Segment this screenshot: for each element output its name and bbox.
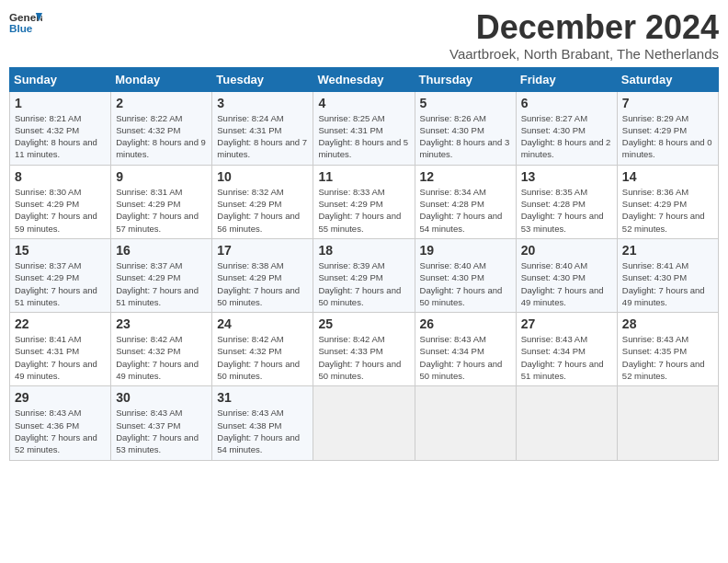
- calendar-cell: 29 Sunrise: 8:43 AMSunset: 4:36 PMDaylig…: [10, 386, 111, 460]
- day-detail: Sunrise: 8:43 AMSunset: 4:36 PMDaylight:…: [15, 408, 97, 454]
- day-detail: Sunrise: 8:43 AMSunset: 4:34 PMDaylight:…: [420, 334, 503, 381]
- day-detail: Sunrise: 8:39 AMSunset: 4:29 PMDaylight:…: [318, 260, 401, 307]
- day-detail: Sunrise: 8:43 AMSunset: 4:37 PMDaylight:…: [116, 408, 199, 454]
- title-block: December 2024 Vaartbroek, North Brabant,…: [449, 9, 719, 62]
- day-detail: Sunrise: 8:42 AMSunset: 4:32 PMDaylight:…: [217, 334, 300, 381]
- calendar-cell: 25 Sunrise: 8:42 AMSunset: 4:33 PMDaylig…: [313, 313, 415, 386]
- day-number: 31: [217, 390, 308, 405]
- calendar-cell: 11 Sunrise: 8:33 AMSunset: 4:29 PMDaylig…: [313, 165, 415, 238]
- week-row-5: 29 Sunrise: 8:43 AMSunset: 4:36 PMDaylig…: [10, 386, 719, 460]
- page-header: General Blue December 2024 Vaartbroek, N…: [9, 9, 719, 62]
- day-number: 10: [217, 169, 308, 184]
- day-number: 12: [420, 169, 511, 184]
- day-number: 25: [318, 316, 409, 331]
- logo-icon: General Blue: [9, 9, 42, 35]
- calendar-cell: [313, 386, 415, 460]
- weekday-header-saturday: Saturday: [617, 67, 718, 91]
- calendar-cell: 17 Sunrise: 8:38 AMSunset: 4:29 PMDaylig…: [212, 238, 313, 312]
- day-number: 18: [318, 243, 409, 258]
- calendar-cell: 23 Sunrise: 8:42 AMSunset: 4:32 PMDaylig…: [111, 313, 212, 386]
- weekday-header-wednesday: Wednesday: [313, 67, 415, 91]
- day-detail: Sunrise: 8:29 AMSunset: 4:29 PMDaylight:…: [622, 113, 712, 160]
- day-number: 9: [116, 169, 207, 184]
- day-detail: Sunrise: 8:40 AMSunset: 4:30 PMDaylight:…: [420, 260, 503, 307]
- calendar-cell: 20 Sunrise: 8:40 AMSunset: 4:30 PMDaylig…: [516, 238, 617, 312]
- logo: General Blue: [9, 9, 42, 35]
- calendar-cell: 22 Sunrise: 8:41 AMSunset: 4:31 PMDaylig…: [10, 313, 111, 386]
- day-number: 23: [116, 316, 207, 331]
- calendar-cell: 13 Sunrise: 8:35 AMSunset: 4:28 PMDaylig…: [516, 165, 617, 238]
- day-number: 13: [521, 169, 612, 184]
- week-row-1: 1 Sunrise: 8:21 AMSunset: 4:32 PMDayligh…: [10, 91, 719, 165]
- calendar-title: December 2024: [449, 9, 719, 46]
- day-number: 20: [521, 243, 612, 258]
- svg-text:Blue: Blue: [9, 22, 33, 34]
- calendar-cell: [516, 386, 617, 460]
- day-number: 30: [116, 390, 207, 405]
- day-detail: Sunrise: 8:24 AMSunset: 4:31 PMDaylight:…: [217, 113, 307, 160]
- day-number: 15: [15, 243, 106, 258]
- day-number: 24: [217, 316, 308, 331]
- day-number: 3: [217, 96, 308, 110]
- day-detail: Sunrise: 8:33 AMSunset: 4:29 PMDaylight:…: [318, 187, 401, 234]
- day-number: 14: [622, 169, 713, 184]
- day-detail: Sunrise: 8:25 AMSunset: 4:31 PMDaylight:…: [318, 113, 408, 160]
- day-detail: Sunrise: 8:41 AMSunset: 4:31 PMDaylight:…: [15, 334, 97, 381]
- day-number: 5: [420, 96, 511, 110]
- day-detail: Sunrise: 8:43 AMSunset: 4:35 PMDaylight:…: [622, 334, 705, 381]
- calendar-cell: 26 Sunrise: 8:43 AMSunset: 4:34 PMDaylig…: [415, 313, 516, 386]
- day-detail: Sunrise: 8:37 AMSunset: 4:29 PMDaylight:…: [116, 260, 199, 307]
- day-number: 4: [318, 96, 409, 110]
- day-detail: Sunrise: 8:32 AMSunset: 4:29 PMDaylight:…: [217, 187, 300, 234]
- day-number: 27: [521, 316, 612, 331]
- week-row-3: 15 Sunrise: 8:37 AMSunset: 4:29 PMDaylig…: [10, 238, 719, 312]
- day-detail: Sunrise: 8:36 AMSunset: 4:29 PMDaylight:…: [622, 187, 705, 234]
- day-detail: Sunrise: 8:30 AMSunset: 4:29 PMDaylight:…: [15, 187, 97, 234]
- calendar-cell: 9 Sunrise: 8:31 AMSunset: 4:29 PMDayligh…: [111, 165, 212, 238]
- day-detail: Sunrise: 8:35 AMSunset: 4:28 PMDaylight:…: [521, 187, 604, 234]
- calendar-cell: [415, 386, 516, 460]
- calendar-cell: 14 Sunrise: 8:36 AMSunset: 4:29 PMDaylig…: [617, 165, 718, 238]
- day-number: 8: [15, 169, 106, 184]
- calendar-cell: [617, 386, 718, 460]
- calendar-cell: 28 Sunrise: 8:43 AMSunset: 4:35 PMDaylig…: [617, 313, 718, 386]
- calendar-cell: 30 Sunrise: 8:43 AMSunset: 4:37 PMDaylig…: [111, 386, 212, 460]
- day-detail: Sunrise: 8:26 AMSunset: 4:30 PMDaylight:…: [420, 113, 510, 160]
- calendar-cell: 15 Sunrise: 8:37 AMSunset: 4:29 PMDaylig…: [10, 238, 111, 312]
- day-detail: Sunrise: 8:31 AMSunset: 4:29 PMDaylight:…: [116, 187, 199, 234]
- weekday-header-monday: Monday: [111, 67, 212, 91]
- day-number: 1: [15, 96, 106, 110]
- day-number: 6: [521, 96, 612, 110]
- day-detail: Sunrise: 8:42 AMSunset: 4:33 PMDaylight:…: [318, 334, 401, 381]
- calendar-cell: 27 Sunrise: 8:43 AMSunset: 4:34 PMDaylig…: [516, 313, 617, 386]
- day-detail: Sunrise: 8:38 AMSunset: 4:29 PMDaylight:…: [217, 260, 300, 307]
- weekday-header-friday: Friday: [516, 67, 617, 91]
- calendar-cell: 31 Sunrise: 8:43 AMSunset: 4:38 PMDaylig…: [212, 386, 313, 460]
- day-number: 22: [15, 316, 106, 331]
- day-detail: Sunrise: 8:34 AMSunset: 4:28 PMDaylight:…: [420, 187, 503, 234]
- day-detail: Sunrise: 8:41 AMSunset: 4:30 PMDaylight:…: [622, 260, 705, 307]
- day-number: 7: [622, 96, 713, 110]
- day-number: 17: [217, 243, 308, 258]
- calendar-subtitle: Vaartbroek, North Brabant, The Netherlan…: [449, 46, 719, 62]
- day-number: 16: [116, 243, 207, 258]
- calendar-cell: 2 Sunrise: 8:22 AMSunset: 4:32 PMDayligh…: [111, 91, 212, 165]
- day-detail: Sunrise: 8:37 AMSunset: 4:29 PMDaylight:…: [15, 260, 97, 307]
- calendar-cell: 21 Sunrise: 8:41 AMSunset: 4:30 PMDaylig…: [617, 238, 718, 312]
- day-number: 26: [420, 316, 511, 331]
- day-detail: Sunrise: 8:40 AMSunset: 4:30 PMDaylight:…: [521, 260, 604, 307]
- calendar-cell: 7 Sunrise: 8:29 AMSunset: 4:29 PMDayligh…: [617, 91, 718, 165]
- calendar-cell: 24 Sunrise: 8:42 AMSunset: 4:32 PMDaylig…: [212, 313, 313, 386]
- weekday-header-sunday: Sunday: [10, 67, 111, 91]
- day-number: 29: [15, 390, 106, 405]
- day-number: 11: [318, 169, 409, 184]
- week-row-4: 22 Sunrise: 8:41 AMSunset: 4:31 PMDaylig…: [10, 313, 719, 386]
- day-number: 28: [622, 316, 713, 331]
- day-detail: Sunrise: 8:42 AMSunset: 4:32 PMDaylight:…: [116, 334, 199, 381]
- day-detail: Sunrise: 8:43 AMSunset: 4:34 PMDaylight:…: [521, 334, 604, 381]
- calendar-cell: 8 Sunrise: 8:30 AMSunset: 4:29 PMDayligh…: [10, 165, 111, 238]
- calendar-cell: 6 Sunrise: 8:27 AMSunset: 4:30 PMDayligh…: [516, 91, 617, 165]
- day-detail: Sunrise: 8:22 AMSunset: 4:32 PMDaylight:…: [116, 113, 206, 160]
- day-detail: Sunrise: 8:21 AMSunset: 4:32 PMDaylight:…: [15, 113, 97, 160]
- day-detail: Sunrise: 8:43 AMSunset: 4:38 PMDaylight:…: [217, 408, 300, 454]
